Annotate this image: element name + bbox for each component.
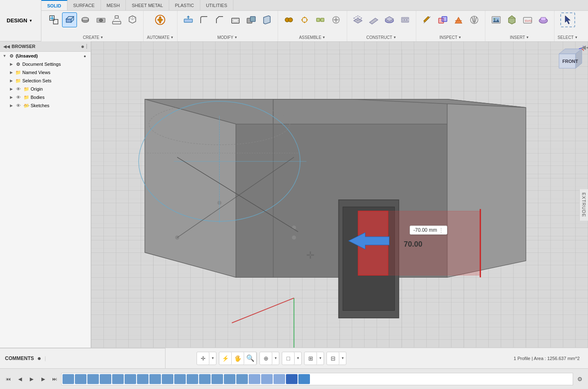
- viewport-layout-tool[interactable]: ⊟: [327, 352, 339, 365]
- tab-surface[interactable]: SURFACE: [67, 0, 101, 10]
- revolve-icon[interactable]: [78, 12, 93, 27]
- timeline-next-icon[interactable]: ▶: [38, 374, 48, 384]
- modify-label[interactable]: MODIFY: [217, 35, 238, 40]
- decal-icon[interactable]: [536, 12, 551, 27]
- tl-item-11[interactable]: [187, 374, 198, 384]
- attach-canvas-icon[interactable]: [489, 12, 504, 27]
- display-dropdown[interactable]: ▼: [295, 352, 301, 365]
- hole-icon[interactable]: [94, 12, 108, 27]
- viewcube-svg[interactable]: FRONT Z X: [551, 46, 584, 79]
- create-label[interactable]: CREATE: [83, 35, 103, 40]
- tl-item-9[interactable]: [162, 374, 173, 384]
- grid-dropdown[interactable]: ▼: [317, 352, 324, 365]
- tl-item-14[interactable]: [224, 374, 235, 384]
- display-mode-tool[interactable]: □: [282, 352, 295, 365]
- tangent-plane-icon[interactable]: [382, 12, 397, 27]
- zoom-tool[interactable]: ⊕: [260, 352, 272, 365]
- browser-item-selection-sets[interactable]: ▶ 📁 Selection Sets: [0, 77, 91, 85]
- sketches-eye-icon[interactable]: 👁: [15, 102, 22, 109]
- drive-joints-icon[interactable]: [329, 12, 343, 27]
- timeline-track[interactable]: [61, 373, 573, 385]
- origin-eye-icon[interactable]: 👁: [15, 86, 22, 92]
- box-icon[interactable]: [125, 12, 140, 27]
- section-analysis-icon[interactable]: [451, 12, 466, 27]
- viewcube-back-arrow[interactable]: ◀◀: [581, 44, 588, 50]
- browser-item-sketches[interactable]: ▶ 👁 📁 Sketches: [0, 101, 91, 110]
- insert-label[interactable]: INSERT: [510, 35, 529, 40]
- tl-item-7[interactable]: [137, 374, 149, 384]
- tab-utilities[interactable]: UTILITIES: [200, 0, 233, 10]
- tab-plastic[interactable]: PLASTIC: [169, 0, 200, 10]
- dimension-input[interactable]: -70.00 mm ⋮: [410, 226, 447, 235]
- browser-item-named-views[interactable]: ▶ 📁 Named Views: [0, 68, 91, 77]
- extrude-side-panel[interactable]: EXTRUDE: [579, 189, 588, 221]
- timeline-play-icon[interactable]: ▶: [26, 374, 36, 384]
- record-icon[interactable]: ●: [82, 53, 88, 59]
- insert-mesh-icon[interactable]: [504, 12, 519, 27]
- tl-item-10[interactable]: [174, 374, 186, 384]
- browser-collapse-icon[interactable]: ◀◀: [3, 44, 10, 49]
- tl-item-1[interactable]: [62, 374, 74, 384]
- timeline-settings-icon[interactable]: ⚙: [575, 374, 585, 384]
- measure-icon[interactable]: [420, 12, 434, 27]
- design-button[interactable]: DESIGN: [0, 0, 41, 41]
- interference-icon[interactable]: [435, 12, 450, 27]
- tl-item-8[interactable]: [149, 374, 161, 384]
- tab-solid[interactable]: SOLID: [41, 0, 67, 10]
- construct-label[interactable]: CONSTRUCT: [366, 35, 396, 40]
- chamfer-icon[interactable]: [212, 12, 227, 27]
- tl-item-12[interactable]: [199, 374, 211, 384]
- loft-icon[interactable]: [109, 12, 124, 27]
- automate-icon[interactable]: [153, 12, 168, 27]
- tab-mesh[interactable]: MESH: [101, 0, 126, 10]
- tl-item-15[interactable]: [236, 374, 248, 384]
- select-label[interactable]: SELECT: [558, 35, 578, 40]
- comments-add-icon[interactable]: ●: [37, 355, 41, 362]
- offset-plane-icon[interactable]: [350, 12, 365, 27]
- dimension-options-icon[interactable]: ⋮: [439, 227, 444, 233]
- zebra-analysis-icon[interactable]: [467, 12, 482, 27]
- automate-label[interactable]: AUTOMATE: [147, 35, 174, 40]
- browser-item-unsaved[interactable]: ▼ ⚙ (Unsaved) ●: [0, 52, 91, 60]
- combine-icon[interactable]: [244, 12, 259, 27]
- look-at-tool[interactable]: 🔍: [244, 352, 257, 365]
- orbit-tool[interactable]: 🖐: [232, 352, 244, 365]
- rigid-group-icon[interactable]: [313, 12, 328, 27]
- fillet-icon[interactable]: [197, 12, 211, 27]
- browser-item-doc-settings[interactable]: ▶ ⚙ Document Settings: [0, 60, 91, 68]
- tl-item-5[interactable]: [112, 374, 124, 384]
- joint-origin-icon[interactable]: [297, 12, 312, 27]
- tab-sheet-metal[interactable]: SHEET METAL: [126, 0, 169, 10]
- press-pull-icon[interactable]: [181, 12, 196, 27]
- tl-item-3[interactable]: [87, 374, 99, 384]
- browser-item-origin[interactable]: ▶ 👁 📁 Origin: [0, 85, 91, 93]
- replace-face-icon[interactable]: [259, 12, 274, 27]
- tl-item-16[interactable]: [249, 374, 260, 384]
- viewport[interactable]: ✛ 70.00 -70.00 mm ⋮: [91, 41, 588, 368]
- browser-item-bodies[interactable]: ▶ 👁 📁 Bodies: [0, 93, 91, 101]
- zoom-dropdown[interactable]: ▼: [272, 352, 279, 365]
- joint-icon[interactable]: [281, 12, 296, 27]
- tl-item-13[interactable]: [211, 374, 223, 384]
- bodies-eye-icon[interactable]: 👁: [15, 94, 22, 101]
- select-icon[interactable]: [560, 12, 575, 27]
- viewport-layout-dropdown[interactable]: ▼: [339, 352, 346, 365]
- extrude-icon[interactable]: [62, 12, 77, 27]
- tl-item-4[interactable]: [100, 374, 111, 384]
- timeline-end-icon[interactable]: ⏭: [50, 374, 60, 384]
- midplane-icon[interactable]: [398, 12, 413, 27]
- insert-svg-icon[interactable]: SVG: [520, 12, 535, 27]
- tl-item-17[interactable]: [261, 374, 273, 384]
- assemble-label[interactable]: ASSEMBLE: [299, 35, 326, 40]
- tl-item-19[interactable]: [286, 374, 298, 384]
- timeline-rewind-icon[interactable]: ⏮: [3, 374, 13, 384]
- inspect-label[interactable]: INSPECT: [439, 35, 461, 40]
- move-tool[interactable]: ✛: [197, 352, 209, 365]
- new-component-icon[interactable]: [46, 12, 61, 27]
- timeline-prev-icon[interactable]: ◀: [15, 374, 25, 384]
- tl-item-18[interactable]: [274, 374, 285, 384]
- tl-item-6[interactable]: [125, 374, 136, 384]
- tl-item-2[interactable]: [75, 374, 86, 384]
- orbit-history-tool[interactable]: ⚡: [219, 352, 232, 365]
- move-dropdown[interactable]: ▼: [209, 352, 216, 365]
